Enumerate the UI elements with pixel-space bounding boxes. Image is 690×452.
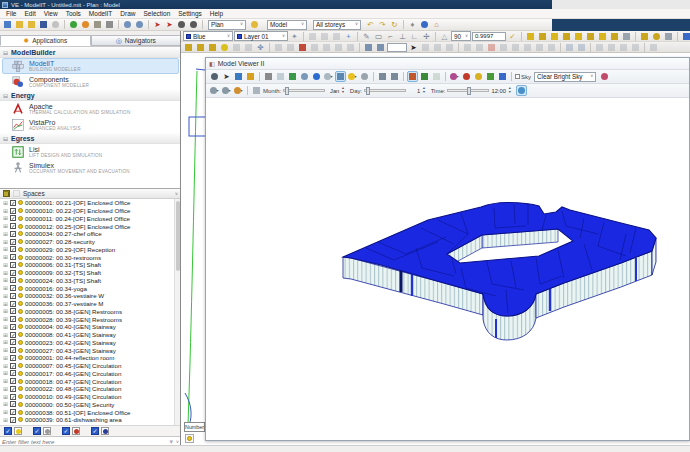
sun-path-icon[interactable] [516,85,527,96]
bulb-toggle-button[interactable] [101,427,109,435]
expand-icon[interactable]: ⊞ [3,370,8,376]
repeat-action-icon[interactable]: ↻ [389,19,400,30]
time-slider-thumb[interactable] [467,87,471,95]
expand-icon[interactable]: ⊞ [3,394,8,400]
terrain-view-icon[interactable] [287,71,298,82]
draw-rect-icon[interactable]: ▭ [373,31,384,42]
pick-cursor-icon[interactable]: ➤ [408,42,419,53]
expand-icon[interactable]: ⊞ [3,293,8,299]
expand-icon[interactable]: ⊞ [3,231,8,237]
bulb-icon[interactable] [18,324,23,329]
split-space-icon[interactable] [585,31,596,42]
query-space-icon[interactable] [663,31,674,42]
tab-navigators[interactable]: ◎ Navigators [91,35,182,46]
bulb-icon[interactable] [18,355,23,360]
rotate-style-icon[interactable]: ▾ [209,85,220,96]
person-view-icon[interactable] [407,71,418,82]
space-row[interactable]: ⊞✓00000009: 00.32-[TS] Shaft [0,269,174,277]
expand-icon[interactable]: ⊞ [3,239,8,245]
open-model-icon[interactable] [14,19,25,30]
bulb-icon[interactable] [18,332,23,337]
spaces-scrollbar[interactable] [174,199,181,425]
space-checkbox[interactable]: ✓ [10,386,16,392]
key-bulb-toggle[interactable] [185,434,194,443]
layer-settings-icon[interactable]: ✦ [289,31,300,42]
join-space-icon[interactable] [597,31,608,42]
bulb-icon[interactable] [18,309,23,314]
validate-model-icon[interactable] [68,19,79,30]
measure-space-icon[interactable] [639,31,650,42]
date-toggle-icon[interactable] [251,85,262,96]
space-checkbox[interactable]: ✓ [10,246,16,252]
day-slider-thumb[interactable] [366,87,370,95]
camera-view-icon[interactable] [263,71,274,82]
space-checkbox[interactable]: ✓ [10,231,16,237]
space-checkbox[interactable]: ✓ [10,324,16,330]
pin-view-icon[interactable]: ♦ [407,19,418,30]
space-checkbox[interactable]: ✓ [10,285,16,291]
bulb-icon[interactable] [18,410,23,415]
render-flower-icon[interactable] [599,71,610,82]
bulb-icon[interactable] [18,208,23,213]
spaces-header[interactable]: Spaces ˅ [0,189,181,199]
material-ball-icon[interactable]: ▾ [449,71,460,82]
model-viewer-title-bar[interactable]: ◧ Model Viewer II [206,58,689,70]
space-checkbox[interactable]: ✓ [10,417,16,423]
menu-settings[interactable]: Settings [174,10,206,17]
scrollbar-thumb[interactable] [176,201,180,271]
image-background-icon[interactable] [497,71,508,82]
space-checkbox[interactable]: ✓ [10,394,16,400]
zoom-window-icon[interactable] [134,19,145,30]
filter-input[interactable] [2,438,166,446]
app-item-lisi[interactable]: LisiLIFT DESIGN AND SIMULATION [2,144,179,160]
space-checkbox[interactable]: ✓ [10,308,16,314]
space-row[interactable]: ⊞✓00000008: 00.41-[GEN] Stairway [0,331,174,339]
outline-view-icon[interactable]: ▾ [323,71,334,82]
expand-icon[interactable]: ⊞ [3,316,8,322]
bulb-toggle-button[interactable] [14,427,22,435]
expand-icon[interactable]: ⊞ [3,401,8,407]
space-checkbox[interactable]: ✓ [10,363,16,369]
app-item-vistapro[interactable]: VistaProADVANCED ANALYSIS [2,117,179,133]
expand-icon[interactable]: ⊞ [3,386,8,392]
space-row[interactable]: ⊞✓00000018: 00.47-[GEN] Circulation [0,377,174,385]
menu-view[interactable]: View [40,10,62,17]
check-all-button[interactable]: ✓ [91,427,99,435]
delete-selection-icon[interactable] [104,19,115,30]
snapshot-icon[interactable] [377,71,388,82]
bulb-icon[interactable] [18,286,23,291]
space-checkbox[interactable]: ✓ [10,215,16,221]
refresh-view-icon[interactable] [188,19,199,30]
viewer-3d-viewport[interactable] [206,98,689,440]
storeys-combo[interactable]: All storeys˅ [313,20,361,30]
zoom-hand-icon[interactable] [245,71,256,82]
tab-applications[interactable]: ✹ Applications [0,35,91,46]
capture-view-icon[interactable] [92,19,103,30]
warning-check-icon[interactable] [80,19,91,30]
select-lasso-icon[interactable]: ➤ [164,19,175,30]
bulb-icon[interactable] [18,200,23,205]
bulb-icon[interactable] [18,417,23,422]
bulb-icon[interactable] [18,340,23,345]
space-row[interactable]: ⊞✓00000002: 00.30-restrooms [0,253,174,261]
display-mode-combo[interactable]: Model˅ [267,20,307,30]
menu-edit[interactable]: Edit [20,10,39,17]
lighting-icon[interactable]: ▾ [347,71,358,82]
draw-pen-icon[interactable]: ✎ [361,31,372,42]
snap-options-icon[interactable]: ✓ [507,31,518,42]
bulb-icon[interactable] [18,379,23,384]
space-checkbox[interactable]: ✓ [10,347,16,353]
draw-corner-icon[interactable]: ⌐ [385,31,396,42]
extrude-space-icon[interactable] [573,31,584,42]
space-row[interactable]: ⊞✓00000034: 00.27-chef office [0,230,174,238]
bulb-icon[interactable] [18,317,23,322]
space-row[interactable]: ⊞✓00000000: 00.50-[GEN] Security [0,401,174,409]
space-checkbox[interactable]: ✓ [10,293,16,299]
layer-combo[interactable]: Layer 01˅ [234,31,288,41]
expand-icon[interactable]: ⊞ [3,215,8,221]
colour-combo[interactable]: Blue˅ [183,31,233,41]
bulb-icon[interactable] [18,394,23,399]
tag-spaces-icon[interactable] [183,42,194,53]
expand-icon[interactable]: ⊞ [3,270,8,276]
expand-icon[interactable]: ⊞ [3,332,8,338]
